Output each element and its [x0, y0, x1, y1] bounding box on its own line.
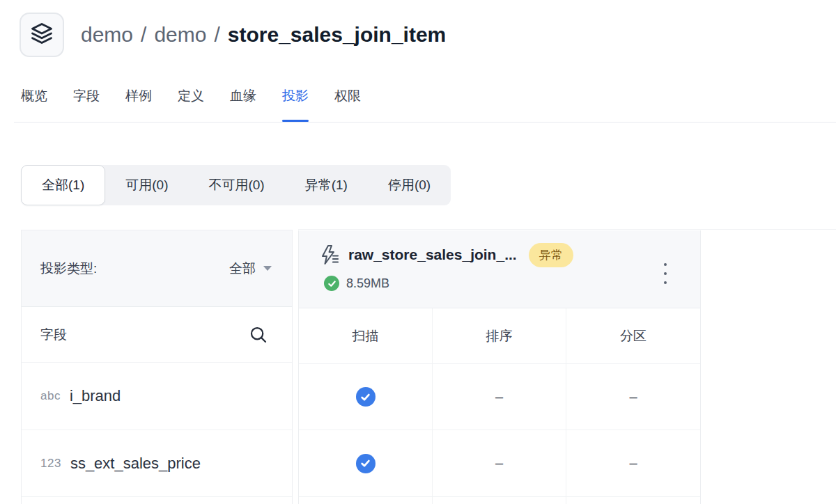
- breadcrumb-separator: /: [141, 23, 146, 46]
- projection-card-header: raw_store_sales_join_... 异常 8.59MB: [299, 230, 700, 308]
- breadcrumb-part[interactable]: demo: [154, 23, 206, 46]
- field-name: i_brand: [70, 387, 121, 405]
- column-header-partition: 分区: [566, 308, 700, 363]
- field-header-label: 字段: [40, 326, 67, 344]
- sort-value: –: [433, 364, 566, 430]
- breadcrumb-part[interactable]: demo: [81, 23, 133, 46]
- breadcrumb: demo/demo/store_sales_join_item: [81, 23, 446, 47]
- projection-table-header: 扫描 排序 分区: [299, 308, 700, 364]
- field-row-partial: [22, 497, 292, 504]
- projection-title: raw_store_sales_join_...: [348, 246, 517, 263]
- tab-lineage[interactable]: 血缘: [230, 77, 256, 122]
- search-icon[interactable]: [248, 324, 269, 345]
- filter-all[interactable]: 全部(1): [21, 165, 105, 205]
- dataset-logo: [20, 13, 64, 57]
- page-title: store_sales_join_item: [228, 23, 447, 46]
- projection-size: 8.59MB: [346, 276, 389, 291]
- projection-list-area: raw_store_sales_join_... 异常 8.59MB 扫描 排序…: [298, 229, 836, 504]
- filter-available[interactable]: 可用(0): [105, 165, 188, 205]
- field-type-number-icon: 123: [40, 457, 61, 471]
- layers-icon: [29, 21, 54, 49]
- projection-type-dropdown[interactable]: 全部: [229, 260, 272, 278]
- field-list-panel: 投影类型: 全部 字段 abc i_brand 123 ss_ext_sales…: [21, 230, 293, 504]
- sort-value: –: [433, 430, 566, 496]
- filter-unavailable[interactable]: 不可用(0): [188, 165, 284, 205]
- success-check-icon: [324, 276, 339, 291]
- field-row[interactable]: 123 ss_ext_sales_price: [22, 430, 292, 497]
- tab-definition[interactable]: 定义: [178, 77, 204, 122]
- table-row-partial: [299, 497, 700, 504]
- field-row[interactable]: abc i_brand: [22, 363, 292, 430]
- projection-type-value: 全部: [229, 260, 256, 278]
- scan-enabled-icon: [356, 454, 376, 473]
- column-header-scan: 扫描: [299, 308, 433, 363]
- chevron-down-icon: [263, 266, 272, 271]
- more-menu-icon[interactable]: [658, 262, 672, 285]
- tab-bar: 概览 字段 样例 定义 血缘 投影 权限: [21, 77, 361, 122]
- column-header-sort: 排序: [433, 308, 566, 363]
- status-badge: 异常: [529, 243, 573, 267]
- tab-samples[interactable]: 样例: [125, 77, 152, 122]
- breadcrumb-separator: /: [214, 23, 219, 46]
- tab-overview[interactable]: 概览: [21, 77, 47, 122]
- filter-disabled[interactable]: 停用(0): [368, 165, 451, 205]
- tab-permissions[interactable]: 权限: [334, 77, 361, 122]
- tab-bar-divider: [14, 122, 836, 123]
- table-row: – –: [299, 430, 700, 497]
- tab-fields[interactable]: 字段: [73, 77, 100, 122]
- tab-projections[interactable]: 投影: [282, 77, 309, 122]
- partition-value: –: [566, 364, 700, 430]
- filter-abnormal[interactable]: 异常(1): [285, 165, 368, 205]
- scan-enabled-icon: [356, 387, 376, 407]
- field-type-string-icon: abc: [40, 389, 61, 403]
- projection-type-filter-row: 投影类型: 全部: [22, 230, 292, 307]
- projection-flash-icon: [318, 244, 340, 266]
- projection-type-label: 投影类型:: [40, 260, 97, 278]
- status-filter-group: 全部(1) 可用(0) 不可用(0) 异常(1) 停用(0): [21, 165, 451, 205]
- projection-card: raw_store_sales_join_... 异常 8.59MB 扫描 排序…: [298, 230, 701, 504]
- field-header-row: 字段: [22, 307, 292, 363]
- table-row: – –: [299, 364, 700, 430]
- field-name: ss_ext_sales_price: [70, 455, 201, 473]
- partition-value: –: [566, 430, 700, 496]
